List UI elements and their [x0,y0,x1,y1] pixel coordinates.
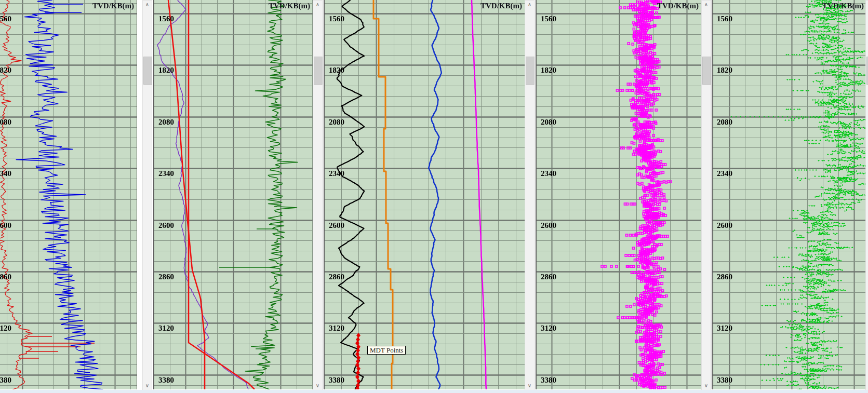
scroll-up-button[interactable]: ∧ [866,1,868,9]
track-4-depth-header: TVD/KB(m) [657,2,699,10]
depth-label: 2860 [158,273,174,280]
track-5-plot-canvas[interactable] [713,0,866,389]
track-1-depth-header: TVD/KB(m) [92,2,134,10]
depth-label: 2340 [329,170,344,177]
track-1-plot-canvas[interactable] [0,0,137,389]
scroll-thumb[interactable] [314,57,323,85]
depth-label: 2860 [541,273,556,280]
depth-label: 3380 [541,376,556,384]
depth-label: 1560 [0,15,11,22]
depth-label: 3380 [717,376,732,384]
scroll-thumb[interactable] [143,57,152,85]
scroll-up-button[interactable]: ∧ [313,1,322,9]
track-2-scrollbar[interactable]: ∧ ∨ [313,0,323,390]
depth-label: 2600 [158,222,174,229]
depth-label: 1820 [0,66,11,74]
depth-label: 2860 [329,273,344,280]
scroll-down-button[interactable]: ∨ [313,382,322,390]
scroll-up-button[interactable]: ∧ [525,1,534,9]
track-4-plot-canvas[interactable] [537,0,701,389]
depth-label: 1820 [329,66,344,74]
scroll-thumb[interactable] [702,57,711,85]
log-track-5: TVD/KB(m) 156018202080234026002860312033… [712,0,868,393]
log-track-3: TVD/KB(m) MDT Points 1560182020802340260… [324,0,535,393]
depth-label: 1820 [541,66,556,74]
depth-label: 1560 [158,15,174,22]
track-1-scrollbar[interactable]: ∧ ∨ [142,0,152,390]
depth-label: 1560 [717,15,732,22]
depth-label: 2080 [329,118,344,126]
track-3-scrollbar[interactable]: ∧ ∨ [525,0,535,390]
scroll-down-button[interactable]: ∨ [525,382,534,390]
depth-label: 2600 [0,222,11,229]
track-4-scrollbar[interactable]: ∧ ∨ [701,0,711,390]
track-4-plot: TVD/KB(m) 156018202080234026002860312033… [536,0,702,389]
depth-label: 3380 [158,376,174,384]
log-track-1: TVD/KB(m) 156018202080234026002860312033… [0,0,152,393]
depth-label: 2080 [0,118,11,126]
mdt-points-label: MDT Points [367,346,406,355]
depth-label: 3120 [0,324,11,332]
track-3-depth-header: TVD/KB(m) [480,2,522,10]
scroll-down-button[interactable]: ∨ [143,382,152,390]
depth-label: 2860 [717,273,732,280]
scroll-thumb[interactable] [526,57,535,85]
depth-label: 3380 [329,376,344,384]
depth-label: 2600 [717,222,732,229]
depth-label: 2340 [717,170,732,177]
depth-label: 2340 [541,170,556,177]
track-5-depth-header: TVD/KB(m) [822,2,864,10]
track-2-depth-header: TVD/KB(m) [269,2,310,10]
track-3-plot-canvas[interactable] [325,0,525,389]
window-bottom-edge [0,390,868,393]
depth-label: 2860 [0,273,11,280]
depth-label: 3120 [329,324,344,332]
depth-label: 2340 [158,170,174,177]
depth-label: 2600 [541,222,556,229]
depth-label: 3120 [541,324,556,332]
depth-label: 3380 [0,376,11,384]
well-log-viewer: TVD/KB(m) 156018202080234026002860312033… [0,0,868,393]
depth-label: 2600 [329,222,344,229]
track-1-plot: TVD/KB(m) 156018202080234026002860312033… [0,0,137,389]
log-track-4: TVD/KB(m) 156018202080234026002860312033… [536,0,711,393]
depth-label: 3120 [717,324,732,332]
scroll-down-button[interactable]: ∨ [702,382,711,390]
depth-label: 2080 [158,118,174,126]
track-5-plot: TVD/KB(m) 156018202080234026002860312033… [712,0,867,389]
scroll-up-button[interactable]: ∧ [702,1,711,9]
depth-label: 2080 [541,118,556,126]
depth-label: 1820 [717,66,732,74]
depth-label: 1820 [158,66,174,74]
track-5-scrollbar[interactable]: ∧ ∨ [865,0,868,390]
scroll-down-button[interactable]: ∨ [866,382,868,390]
depth-label: 2340 [0,170,11,177]
depth-label: 3120 [158,324,174,332]
track-2-plot-canvas[interactable] [154,0,313,389]
track-3-plot: TVD/KB(m) MDT Points 1560182020802340260… [324,0,525,389]
track-2-plot: TVD/KB(m) 156018202080234026002860312033… [153,0,313,389]
log-track-2: TVD/KB(m) 156018202080234026002860312033… [153,0,323,393]
depth-label: 1560 [541,15,556,22]
depth-label: 2080 [717,118,732,126]
scroll-up-button[interactable]: ∧ [143,1,152,9]
depth-label: 1560 [329,15,344,22]
